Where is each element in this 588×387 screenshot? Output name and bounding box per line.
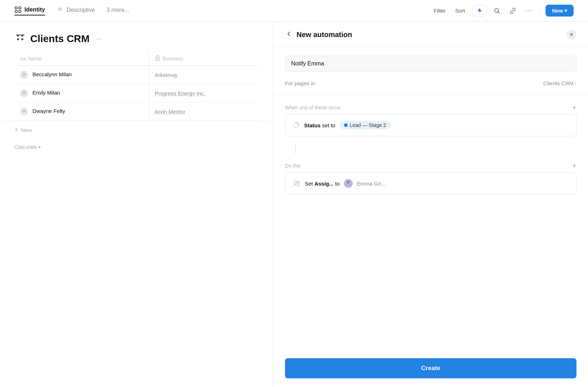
svg-point-8 <box>21 38 23 40</box>
back-button[interactable] <box>285 30 292 39</box>
create-button[interactable]: Create <box>285 358 576 378</box>
toolbar-right: Filter Sort ··· New ▾ <box>431 5 574 17</box>
db-title-row: Clients CRM ··· <box>0 22 273 51</box>
svg-rect-2 <box>15 10 17 13</box>
db-title: Clients CRM <box>30 33 90 45</box>
row-2-business-cell: Progress Energy Inc. <box>149 84 259 103</box>
new-row-plus-icon: + <box>14 126 18 134</box>
tab-bar: Identity Descriptive 3 more... Filter So… <box>0 0 588 22</box>
connector-line <box>295 144 296 154</box>
svg-rect-3 <box>19 10 21 13</box>
close-icon: ✕ <box>569 32 574 37</box>
row-3-business-cell: Arvin Meritor <box>149 103 259 121</box>
svg-point-7 <box>17 38 19 40</box>
lead-badge-text: Lead — Stage 2 <box>350 122 386 128</box>
new-button[interactable]: New ▾ <box>546 5 574 17</box>
for-pages-label: For pages in <box>285 80 315 86</box>
svg-point-17 <box>297 181 299 183</box>
new-button-chevron: ▾ <box>565 8 567 13</box>
automation-body: For pages in Clients CRM › When any of t… <box>273 47 588 387</box>
svg-rect-1 <box>19 7 21 9</box>
trigger-spinner-icon <box>293 122 300 129</box>
for-pages-value[interactable]: Clients CRM › <box>543 80 576 86</box>
row-1-business: Arketmay <box>155 72 177 78</box>
row-3-business: Arvin Meritor <box>155 109 185 115</box>
col-header-name: Aa Name <box>14 51 149 66</box>
data-table: Aa Name <box>14 51 259 121</box>
do-this-section: Do this + Set A <box>285 161 576 195</box>
action-assign-bold: Assig... <box>315 181 334 187</box>
descriptive-tab-label: Descriptive <box>67 7 95 13</box>
calculate-chevron-icon: ▾ <box>39 145 41 150</box>
automation-panel: New automation ✕ For pages in Clients CR… <box>273 22 588 387</box>
action-person-avatar <box>344 179 353 188</box>
row-2-name: Emily Milan <box>32 90 60 96</box>
calculate-label: Calculate <box>14 144 37 150</box>
row-1-name: Beccalynn Milan <box>32 71 72 77</box>
table-wrapper: Aa Name <box>0 51 273 121</box>
calculate-button[interactable]: Calculate ▾ <box>0 139 273 155</box>
create-button-label: Create <box>421 365 440 372</box>
row-1-name-cell[interactable]: Beccalynn Milan <box>14 66 149 84</box>
link-button[interactable] <box>507 6 518 15</box>
identity-tab-label: Identity <box>24 6 45 13</box>
close-button[interactable]: ✕ <box>566 29 576 40</box>
action-card[interactable]: Set Assig... to Emma Gri... <box>285 172 576 195</box>
search-button[interactable] <box>492 6 502 15</box>
row-3-name-cell[interactable]: Dwayne Felty <box>14 103 149 121</box>
new-button-label: New <box>552 8 563 14</box>
tab-more[interactable]: 3 more... <box>107 7 129 15</box>
add-action-button[interactable]: + <box>572 162 576 169</box>
svg-point-4 <box>495 8 499 12</box>
when-section: When any of these occur + Status set to <box>285 103 576 136</box>
col-header-business: Business <box>149 51 259 66</box>
for-pages-row: For pages in Clients CRM › <box>285 79 576 88</box>
db-more-button[interactable]: ··· <box>94 34 104 44</box>
trigger-status-bold: Status <box>304 122 321 128</box>
automation-name-input[interactable] <box>285 56 576 72</box>
automation-title: New automation <box>297 31 352 39</box>
automation-header: New automation ✕ <box>273 22 588 47</box>
new-row-label: New <box>21 127 32 133</box>
more-tab-label: 3 more... <box>107 7 129 13</box>
row-1-avatar <box>20 71 28 79</box>
filter-button[interactable]: Filter <box>431 6 448 15</box>
business-col-icon <box>155 55 160 62</box>
db-icon <box>14 32 26 46</box>
lead-stage-badge: Lead — Stage 2 <box>340 121 390 129</box>
identity-tab-icon <box>14 6 22 13</box>
tabs-left: Identity Descriptive 3 more... <box>14 6 129 15</box>
action-assign-icon <box>293 179 300 187</box>
tab-descriptive[interactable]: Descriptive <box>56 6 95 15</box>
sort-button[interactable]: Sort <box>453 6 467 15</box>
name-col-type-icon: Aa <box>20 56 26 62</box>
do-this-section-header: Do this + <box>285 161 576 172</box>
name-col-label: Name <box>28 56 41 62</box>
when-section-header: When any of these occur + <box>285 103 576 114</box>
tab-identity[interactable]: Identity <box>14 6 45 15</box>
row-1-business-cell: Arketmay <box>149 66 259 84</box>
new-row-button[interactable]: + New <box>0 121 273 139</box>
toolbar-divider <box>540 6 540 16</box>
for-pages-chevron-icon: › <box>575 81 576 86</box>
row-3-avatar <box>20 108 28 115</box>
lightning-button[interactable] <box>472 5 487 17</box>
row-2-name-cell[interactable]: Emily Milan <box>14 84 149 103</box>
lead-dot-icon <box>344 123 348 127</box>
add-trigger-button[interactable]: + <box>572 104 576 111</box>
for-pages-db-name: Clients CRM <box>543 80 574 86</box>
trigger-card[interactable]: Status set to Lead — Stage 2 <box>285 114 576 136</box>
svg-point-19 <box>347 181 350 184</box>
action-person-name: Emma Gri... <box>357 181 386 187</box>
left-panel: Clients CRM ··· Aa Name <box>0 22 273 387</box>
row-2-business: Progress Energy Inc. <box>155 90 205 96</box>
automation-header-left: New automation <box>285 30 352 39</box>
svg-point-16 <box>294 181 297 184</box>
table-row: Beccalynn Milan Arketmay <box>14 66 259 84</box>
more-options-button[interactable]: ··· <box>523 5 535 16</box>
business-col-label: Business <box>163 56 183 62</box>
svg-rect-9 <box>16 35 24 35</box>
table-row: Emily Milan Progress Energy Inc. <box>14 84 259 103</box>
descriptive-tab-icon <box>56 6 64 14</box>
trigger-status-text: Status set to <box>304 122 335 128</box>
